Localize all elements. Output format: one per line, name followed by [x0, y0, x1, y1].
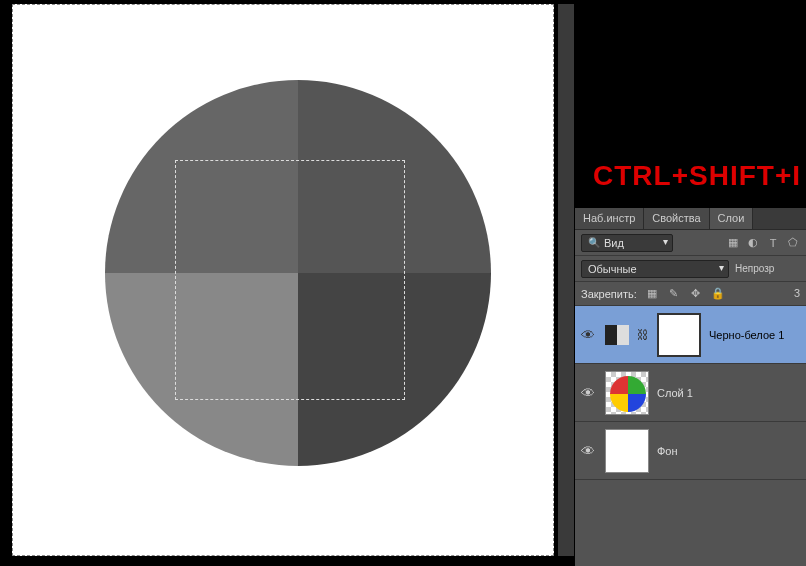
ruler-vertical	[558, 4, 574, 556]
lock-paint-icon[interactable]: ✎	[667, 287, 681, 301]
filter-row: 🔍 Вид ▦ ◐ T ⬠	[575, 230, 806, 256]
panel-tabs: Наб.инстр Свойства Слои	[575, 208, 806, 230]
layer-row-background[interactable]: 👁 Фон	[575, 422, 806, 480]
layer-row-adjustment[interactable]: 👁 ⛓ Черно-белое 1	[575, 306, 806, 364]
layers-list: 👁 ⛓ Черно-белое 1 👁 Слой 1 👁 Фон	[575, 306, 806, 480]
layer-name[interactable]: Слой 1	[657, 387, 693, 399]
tab-layers[interactable]: Слои	[710, 208, 754, 229]
bw-icon-half	[617, 325, 629, 345]
thumbnail-circle	[610, 376, 646, 412]
layer-mask-thumbnail[interactable]	[657, 313, 701, 357]
hotkey-overlay: CTRL+SHIFT+I	[593, 160, 801, 192]
link-icon[interactable]: ⛓	[637, 328, 649, 342]
bw-icon-half	[605, 325, 617, 345]
lock-label: Закрепить:	[581, 288, 637, 300]
lock-move-icon[interactable]: ✥	[689, 287, 703, 301]
filter-type-icons: ▦ ◐ T ⬠	[726, 236, 800, 250]
visibility-toggle[interactable]: 👁	[579, 385, 597, 401]
filter-type-icon[interactable]: T	[766, 236, 780, 250]
visibility-toggle[interactable]: 👁	[579, 327, 597, 343]
layer-row-pixel[interactable]: 👁 Слой 1	[575, 364, 806, 422]
blend-row: Обычные Непрозр	[575, 256, 806, 282]
blend-mode-value: Обычные	[588, 263, 637, 275]
filter-shape-icon[interactable]: ⬠	[786, 236, 800, 250]
visibility-toggle[interactable]: 👁	[579, 443, 597, 459]
layer-thumbnail[interactable]	[605, 371, 649, 415]
lock-icons: ▦ ✎ ✥ 🔒	[645, 287, 725, 301]
lock-all-icon[interactable]: 🔒	[711, 287, 725, 301]
layer-name[interactable]: Фон	[657, 445, 678, 457]
lock-row: Закрепить: ▦ ✎ ✥ 🔒 З	[575, 282, 806, 306]
selection-marquee[interactable]	[175, 160, 405, 400]
layer-thumbnail[interactable]	[605, 429, 649, 473]
filter-label: Вид	[604, 237, 624, 249]
canvas[interactable]	[12, 4, 554, 556]
tab-tools[interactable]: Наб.инстр	[575, 208, 644, 229]
blend-mode-dropdown[interactable]: Обычные	[581, 260, 729, 278]
adjustment-thumbnail[interactable]	[605, 325, 629, 345]
filter-image-icon[interactable]: ▦	[726, 236, 740, 250]
layer-name[interactable]: Черно-белое 1	[709, 329, 784, 341]
filter-adjustment-icon[interactable]: ◐	[746, 236, 760, 250]
layer-filter-dropdown[interactable]: 🔍 Вид	[581, 234, 673, 252]
tab-properties[interactable]: Свойства	[644, 208, 709, 229]
opacity-label: Непрозр	[735, 263, 774, 274]
fill-label: З	[794, 288, 800, 299]
lock-transparent-icon[interactable]: ▦	[645, 287, 659, 301]
layers-panel: Наб.инстр Свойства Слои 🔍 Вид ▦ ◐ T ⬠ Об…	[575, 208, 806, 566]
search-icon: 🔍	[588, 237, 600, 248]
